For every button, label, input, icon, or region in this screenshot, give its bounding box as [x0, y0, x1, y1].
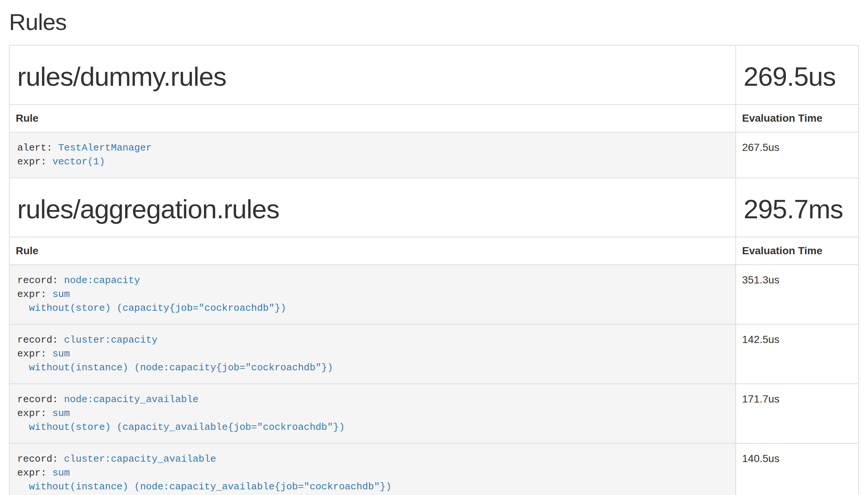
rule-cell: record: cluster:capacity_available expr:…: [9, 443, 736, 495]
table-row: record: node:capacity_available expr: su…: [9, 384, 859, 443]
rule-expr-link[interactable]: sum without(store) (capacity_available{j…: [17, 408, 345, 433]
rule-type-label: alert:: [17, 142, 58, 154]
rule-group-evaluation-time: 295.7ms: [744, 195, 851, 224]
rule-expr-label: expr:: [17, 408, 52, 419]
rule-group-header-row: rules/dummy.rules269.5us: [9, 45, 859, 104]
evaluation-time-value: 171.7us: [736, 384, 859, 443]
rule-definition: alert: TestAlertManager expr: vector(1): [17, 141, 728, 169]
evaluation-time-value: 140.5us: [736, 443, 859, 495]
rule-column-header: Rule: [9, 237, 736, 265]
rule-group-title: rules/aggregation.rules: [17, 195, 728, 224]
rule-type-label: record:: [17, 275, 64, 286]
rule-type-label: record:: [17, 334, 64, 346]
evaluation-time-column-header: Evaluation Time: [736, 237, 859, 265]
rule-name-link[interactable]: TestAlertManager: [58, 142, 152, 154]
rule-expr-label: expr:: [17, 348, 52, 359]
rule-group-evaluation-time: 269.5us: [744, 62, 851, 91]
rule-expr-link[interactable]: sum without(store) (capacity{job="cockro…: [17, 289, 286, 314]
evaluation-time-column-header: Evaluation Time: [736, 104, 859, 132]
column-header-row: RuleEvaluation Time: [9, 104, 859, 132]
rule-definition: record: node:capacity expr: sum without(…: [17, 274, 728, 315]
rule-cell: alert: TestAlertManager expr: vector(1): [9, 132, 736, 178]
rule-expr-label: expr:: [17, 289, 52, 300]
rules-page: Rules rules/dummy.rules269.5usRuleEvalua…: [0, 0, 868, 495]
evaluation-time-value: 267.5us: [736, 132, 859, 178]
rules-table: rules/dummy.rules269.5usRuleEvaluation T…: [9, 45, 859, 495]
rule-type-label: record:: [17, 453, 64, 465]
rule-definition: record: node:capacity_available expr: su…: [17, 393, 728, 434]
rule-group-name-cell: rules/dummy.rules: [9, 45, 736, 104]
rule-group-name-cell: rules/aggregation.rules: [9, 178, 736, 237]
rule-expr-link[interactable]: vector(1): [52, 156, 105, 167]
rule-expr-link[interactable]: sum without(instance) (node:capacity{job…: [17, 348, 333, 373]
rule-name-link[interactable]: node:capacity: [64, 275, 140, 286]
table-row: record: node:capacity expr: sum without(…: [9, 265, 859, 324]
rule-expr-label: expr:: [17, 156, 52, 167]
rule-group-evaluation-cell: 269.5us: [736, 45, 859, 104]
rule-group-title: rules/dummy.rules: [17, 62, 728, 91]
evaluation-time-value: 351.3us: [736, 265, 859, 324]
rule-name-link[interactable]: node:capacity_available: [64, 394, 199, 405]
rule-name-link[interactable]: cluster:capacity_available: [64, 453, 216, 465]
column-header-row: RuleEvaluation Time: [9, 237, 859, 265]
rule-cell: record: cluster:capacity expr: sum witho…: [9, 324, 736, 384]
page-title: Rules: [9, 8, 859, 36]
rule-expr-label: expr:: [17, 467, 52, 479]
rule-cell: record: node:capacity_available expr: su…: [9, 384, 736, 443]
table-row: alert: TestAlertManager expr: vector(1)2…: [9, 132, 859, 178]
rules-table-body: rules/dummy.rules269.5usRuleEvaluation T…: [9, 45, 859, 495]
rule-name-link[interactable]: cluster:capacity: [64, 334, 158, 346]
rule-expr-link[interactable]: sum without(instance) (node:capacity_ava…: [17, 467, 392, 492]
rule-group-evaluation-cell: 295.7ms: [736, 178, 859, 237]
rule-column-header: Rule: [9, 104, 736, 132]
rule-definition: record: cluster:capacity expr: sum witho…: [17, 333, 728, 375]
rule-group-header-row: rules/aggregation.rules295.7ms: [9, 178, 859, 237]
table-row: record: cluster:capacity expr: sum witho…: [9, 324, 859, 384]
rule-type-label: record:: [17, 394, 64, 405]
rule-cell: record: node:capacity expr: sum without(…: [9, 265, 736, 324]
rule-definition: record: cluster:capacity_available expr:…: [17, 452, 728, 494]
table-row: record: cluster:capacity_available expr:…: [9, 443, 859, 495]
evaluation-time-value: 142.5us: [736, 324, 859, 384]
